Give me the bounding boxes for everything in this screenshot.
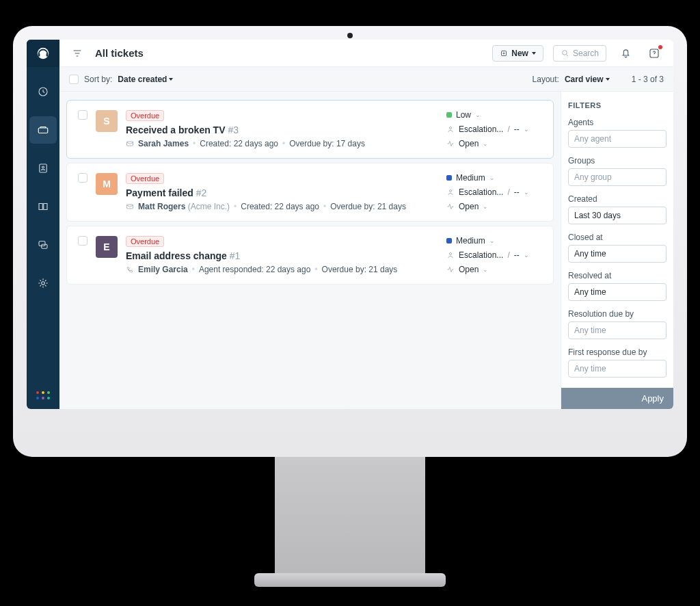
filter-select[interactable]: Any time (568, 321, 667, 339)
filter-select[interactable]: Any agent (568, 130, 667, 148)
search-button[interactable]: Search (553, 45, 606, 62)
filter-select[interactable]: Last 30 days (568, 207, 667, 224)
page-title: All tickets (95, 47, 483, 59)
nav-rail (27, 40, 59, 409)
ticket-title[interactable]: Received a broken TV #3 (126, 124, 438, 135)
filters-heading: FILTERS (568, 101, 667, 109)
ticket-meta: Matt Rogers (Acme Inc.)•Created: 22 days… (126, 202, 438, 211)
nav-tickets[interactable] (29, 116, 57, 144)
ticket-checkbox[interactable] (78, 110, 88, 120)
overdue-badge: Overdue (126, 173, 164, 184)
status-dropdown[interactable]: Open ⌄ (446, 139, 542, 148)
svg-rect-4 (38, 128, 48, 133)
ticket-title[interactable]: Payment failed #2 (126, 187, 438, 198)
priority-dropdown[interactable]: Medium ⌄ (446, 236, 542, 246)
nav-knowledge[interactable] (29, 193, 57, 220)
ticket-card[interactable]: EOverdueEmail address change #1Emily Gar… (66, 226, 554, 285)
svg-point-16 (450, 190, 452, 192)
ticket-card[interactable]: SOverdueReceived a broken TV #3Sarah Jam… (66, 100, 554, 159)
app-switcher[interactable] (35, 382, 51, 409)
topbar: All tickets New Search (59, 40, 673, 67)
filter-label: Agents (568, 118, 667, 127)
status-dropdown[interactable]: Open ⌄ (446, 265, 542, 274)
filter-select[interactable]: Any time (568, 360, 667, 378)
svg-point-14 (450, 127, 452, 129)
pagination-text: 1 - 3 of 3 (632, 75, 664, 84)
layout-dropdown[interactable]: Card view (565, 75, 610, 84)
svg-point-17 (450, 253, 452, 255)
svg-rect-13 (127, 142, 133, 146)
notifications-icon[interactable] (616, 44, 635, 63)
svg-rect-7 (39, 241, 45, 246)
priority-dropdown[interactable]: Medium ⌄ (446, 173, 542, 183)
filter-select[interactable]: Any time (568, 245, 667, 263)
svg-point-9 (42, 282, 45, 285)
sort-dropdown[interactable]: Date created (118, 75, 173, 84)
ticket-card[interactable]: MOverduePayment failed #2Matt Rogers (Ac… (66, 163, 554, 222)
nav-contacts[interactable] (29, 155, 57, 182)
ticket-list: SOverdueReceived a broken TV #3Sarah Jam… (59, 92, 561, 409)
ticket-meta: Emily Garcia•Agent responded: 22 days ag… (126, 265, 438, 274)
svg-rect-15 (127, 205, 133, 209)
priority-dropdown[interactable]: Low ⌄ (446, 110, 542, 120)
overdue-badge: Overdue (126, 110, 164, 121)
ticket-title[interactable]: Email address change #1 (126, 250, 438, 261)
nav-settings[interactable] (29, 269, 57, 297)
contact-name: Matt Rogers (Acme Inc.) (138, 202, 230, 211)
brand-logo[interactable] (27, 40, 59, 67)
contact-name: Sarah James (138, 139, 189, 148)
layout-label: Layout: (533, 75, 559, 84)
overdue-badge: Overdue (126, 236, 164, 247)
help-icon[interactable] (645, 44, 664, 63)
new-button[interactable]: New (492, 45, 543, 62)
contact-name: Emily Garcia (138, 265, 188, 274)
escalation-dropdown[interactable]: Escalation... / -- ⌄ (446, 124, 542, 134)
list-toolbar: Sort by: Date created Layout: Card view … (59, 67, 673, 92)
escalation-dropdown[interactable]: Escalation... / -- ⌄ (446, 250, 542, 260)
escalation-dropdown[interactable]: Escalation... / -- ⌄ (446, 187, 542, 197)
sort-label: Sort by: (84, 75, 112, 84)
filter-label: Resolution due by (568, 309, 667, 319)
view-filter-icon[interactable] (69, 45, 85, 62)
svg-rect-8 (42, 244, 47, 248)
filter-select[interactable]: Any time (568, 283, 667, 301)
svg-rect-2 (46, 53, 49, 57)
apply-filters-button[interactable]: Apply (561, 388, 673, 409)
filter-label: First response due by (568, 347, 667, 357)
avatar: E (96, 236, 118, 258)
nav-chat[interactable] (29, 231, 57, 259)
svg-point-6 (42, 166, 44, 168)
avatar: M (96, 173, 118, 195)
filters-panel: FILTERS AgentsAny agentGroupsAny groupCr… (561, 92, 673, 409)
status-dropdown[interactable]: Open ⌄ (446, 202, 542, 211)
ticket-checkbox[interactable] (78, 236, 88, 246)
filter-label: Resolved at (568, 271, 667, 280)
svg-rect-1 (38, 53, 40, 57)
select-all-checkbox[interactable] (69, 75, 79, 84)
filter-select[interactable]: Any group (568, 168, 667, 186)
ticket-meta: Sarah James•Created: 22 days ago•Overdue… (126, 139, 438, 148)
filter-label: Groups (568, 156, 667, 166)
filter-label: Closed at (568, 233, 667, 242)
svg-point-11 (563, 51, 567, 55)
filter-label: Created (568, 194, 667, 204)
avatar: S (96, 110, 118, 132)
nav-dashboard[interactable] (29, 78, 57, 105)
ticket-checkbox[interactable] (78, 173, 88, 183)
